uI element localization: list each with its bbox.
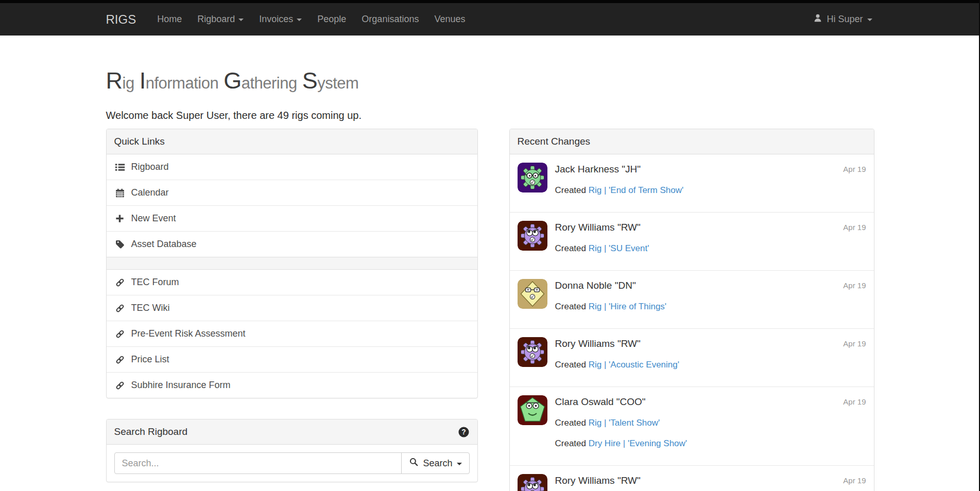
quick-link-tec-forum[interactable]: TEC Forum <box>107 270 477 295</box>
title-segment: System <box>302 74 359 92</box>
quick-links-panel: Quick Links RigboardCalendarNew EventAss… <box>106 129 478 398</box>
avatar <box>518 337 547 367</box>
main-navbar: RIGS HomeRigboardInvoicesPeopleOrganisat… <box>0 3 980 36</box>
person-name: Rory Williams "RW" <box>555 221 641 234</box>
change-link[interactable]: Rig | 'SU Event' <box>589 243 649 253</box>
recent-changes-header: Recent Changes <box>510 129 874 154</box>
calendar-icon <box>114 188 126 198</box>
change-action: Created Rig | 'Talent Show' <box>555 417 866 429</box>
quick-links-header: Quick Links <box>107 129 477 154</box>
quick-link-subhire-insurance-form[interactable]: Subhire Insurance Form <box>107 372 477 398</box>
avatar <box>518 221 547 251</box>
quick-link-label: Subhire Insurance Form <box>131 380 231 391</box>
change-link[interactable]: Rig | 'End of Term Show' <box>589 185 683 195</box>
nav-item-organisations[interactable]: Organisations <box>354 3 426 36</box>
change-date: Apr 19 <box>843 221 866 233</box>
change-link[interactable]: Rig | 'Hire of Things' <box>589 302 666 311</box>
recent-change-content: Jack Harkness "JH"Apr 19Created Rig | 'E… <box>555 163 866 197</box>
search-rigboard-title: Search Rigboard <box>114 426 188 437</box>
quick-link-pre-event-risk-assessment[interactable]: Pre-Event Risk Assessment <box>107 321 477 346</box>
quick-link-label: TEC Forum <box>131 277 179 288</box>
recent-change-row: Rory Williams "RW"Apr 19Created Rig | 'S… <box>510 212 874 270</box>
title-segment: Rig <box>106 74 134 92</box>
quick-link-rigboard[interactable]: Rigboard <box>107 154 477 180</box>
change-action: Created Dry Hire | 'Evening Show' <box>555 437 866 450</box>
chevron-down-icon <box>457 463 462 465</box>
quick-link-tec-wiki[interactable]: TEC Wiki <box>107 295 477 321</box>
change-date: Apr 19 <box>843 163 866 175</box>
change-date: Apr 19 <box>843 279 866 291</box>
quick-link-label: Rigboard <box>131 162 169 172</box>
quick-link-new-event[interactable]: New Event <box>107 205 477 231</box>
chevron-down-icon <box>297 19 302 21</box>
recent-change-row: Clara Oswald "COO"Apr 19Created Rig | 'T… <box>510 387 874 465</box>
title-segment: Information <box>140 74 218 92</box>
nav-item-home[interactable]: Home <box>149 3 190 36</box>
change-action: Created Rig | 'Hire of Things' <box>555 301 866 313</box>
user-menu[interactable]: Hi Super <box>811 3 874 36</box>
person-name: Jack Harkness "JH" <box>555 163 641 176</box>
quick-link-label: Pre-Event Risk Assessment <box>131 328 246 339</box>
right-column: Recent Changes Jack Harkness "JH"Apr 19C… <box>509 129 874 491</box>
avatar <box>518 279 547 309</box>
recent-change-row: Jack Harkness "JH"Apr 19Created Rig | 'E… <box>510 154 874 212</box>
quick-link-label: Asset Database <box>131 239 197 250</box>
person-name: Clara Oswald "COO" <box>555 395 646 409</box>
search-input[interactable] <box>114 452 402 474</box>
recent-change-row: Rory Williams "RW"Apr 19 <box>510 465 874 491</box>
avatar <box>518 163 547 192</box>
recent-changes-panel: Recent Changes Jack Harkness "JH"Apr 19C… <box>509 129 874 491</box>
nav-items: HomeRigboardInvoicesPeopleOrganisationsV… <box>149 3 473 36</box>
search-rigboard-panel: Search Rigboard ? Search <box>106 419 478 482</box>
brand-logo[interactable]: RIGS <box>106 12 136 27</box>
list-icon <box>114 162 126 172</box>
welcome-message: Welcome back Super User, there are 49 ri… <box>106 110 874 121</box>
quick-links-list: RigboardCalendarNew EventAsset DatabaseT… <box>107 154 477 398</box>
svg-text:?: ? <box>461 428 466 436</box>
chevron-down-icon <box>867 19 872 21</box>
page-title: RigInformationGatheringSystem <box>106 68 874 93</box>
tag-icon <box>114 239 126 250</box>
change-date: Apr 19 <box>843 337 866 349</box>
quick-link-label: New Event <box>131 213 176 224</box>
recent-change-row: Donna Noble "DN"Apr 19Created Rig | 'Hir… <box>510 270 874 328</box>
nav-item-venues[interactable]: Venues <box>426 3 473 36</box>
search-icon <box>409 457 419 469</box>
nav-item-people[interactable]: People <box>310 3 354 36</box>
quick-link-calendar[interactable]: Calendar <box>107 180 477 205</box>
change-date: Apr 19 <box>843 395 866 408</box>
page-content: RigInformationGatheringSystem Welcome ba… <box>98 68 882 491</box>
nav-item-rigboard[interactable]: Rigboard <box>190 3 251 36</box>
title-segment: Gathering <box>223 74 297 92</box>
nav-item-invoices[interactable]: Invoices <box>251 3 310 36</box>
recent-changes-title: Recent Changes <box>518 136 591 147</box>
link-icon <box>114 380 126 391</box>
quick-link-price-list[interactable]: Price List <box>107 346 477 372</box>
avatar <box>518 395 547 425</box>
change-link[interactable]: Rig | 'Acoustic Evening' <box>589 360 679 370</box>
user-menu-label: Hi Super <box>827 14 863 25</box>
change-link[interactable]: Rig | 'Talent Show' <box>589 418 660 428</box>
recent-change-content: Rory Williams "RW"Apr 19Created Rig | 'A… <box>555 337 866 371</box>
quick-link-label: Calendar <box>131 187 169 198</box>
quick-link-label: TEC Wiki <box>131 303 170 313</box>
search-button-label: Search <box>423 458 452 469</box>
change-link[interactable]: Dry Hire | 'Evening Show' <box>589 439 687 448</box>
search-body: Search <box>107 445 477 482</box>
chevron-down-icon <box>238 19 244 21</box>
quick-link-label: Price List <box>131 354 169 365</box>
recent-changes-list: Jack Harkness "JH"Apr 19Created Rig | 'E… <box>510 154 874 491</box>
change-action: Created Rig | 'End of Term Show' <box>555 184 866 197</box>
quick-link-asset-database[interactable]: Asset Database <box>107 231 477 257</box>
search-button[interactable]: Search <box>401 452 469 474</box>
recent-change-content: Rory Williams "RW"Apr 19Created Rig | 'S… <box>555 221 866 255</box>
recent-change-content: Clara Oswald "COO"Apr 19Created Rig | 'T… <box>555 395 866 450</box>
question-circle-icon[interactable]: ? <box>458 426 470 438</box>
quick-links-title: Quick Links <box>114 136 165 147</box>
change-action: Created Rig | 'SU Event' <box>555 242 866 255</box>
plus-icon <box>114 214 126 223</box>
recent-change-content: Donna Noble "DN"Apr 19Created Rig | 'Hir… <box>555 279 866 313</box>
change-action: Created Rig | 'Acoustic Evening' <box>555 359 866 371</box>
quick-links-separator <box>107 257 477 270</box>
person-name: Rory Williams "RW" <box>555 337 641 350</box>
